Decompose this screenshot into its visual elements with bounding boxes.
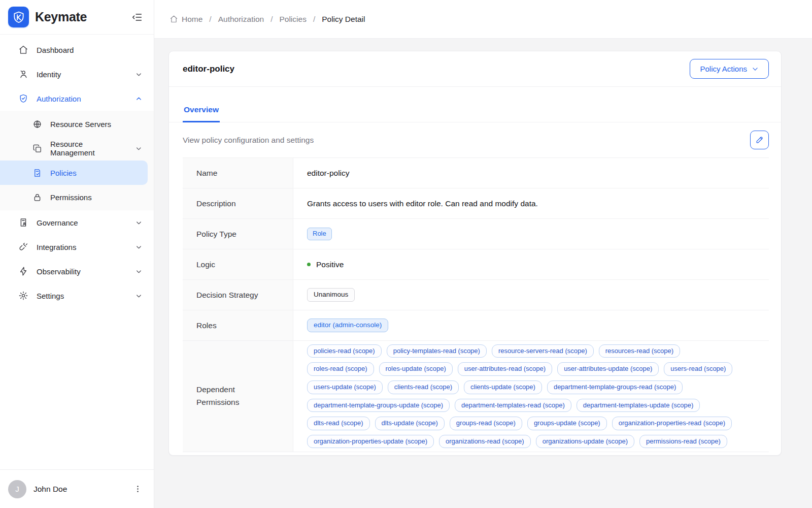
permission-chip: dlts-update (scope) [375, 417, 445, 430]
row-value: Positive [293, 249, 769, 279]
page-title: editor-policy [183, 64, 234, 74]
breadcrumb-policies[interactable]: Policies [279, 15, 306, 24]
permission-chip: clients-update (scope) [464, 380, 542, 394]
row-value: policies-read (scope)policy-templates-re… [293, 341, 769, 452]
permission-chip: groups-read (scope) [450, 417, 522, 430]
section-subtitle: View policy configuration and settings [183, 136, 314, 145]
globe-icon [32, 119, 42, 129]
role-badge: editor (admin-console) [307, 319, 388, 332]
collapse-sidebar-icon[interactable] [130, 11, 144, 24]
topbar: Home / Authorization / Policies / Policy… [154, 0, 812, 39]
breadcrumb-authorization[interactable]: Authorization [218, 15, 264, 24]
policy-actions-button[interactable]: Policy Actions [690, 59, 769, 79]
roles-list: editor (admin-console) [307, 319, 388, 332]
sidebar-item-label: Settings [37, 292, 64, 300]
kebab-menu-icon[interactable] [131, 483, 144, 495]
sidebar-item-label: Authorization [37, 94, 81, 103]
permission-chip: users-read (scope) [664, 362, 732, 376]
permission-chip: user-attributes-update (scope) [557, 362, 659, 376]
user-name: John Doe [33, 485, 67, 494]
shield-k-icon [8, 7, 29, 27]
sidebar-item-label: Identity [37, 70, 61, 79]
edit-button[interactable] [750, 131, 769, 149]
table-row-dependent-permissions: Dependent Permissions policies-read (sco… [183, 341, 769, 452]
brand-name: Keymate [35, 10, 87, 24]
permission-chip: user-attributes-read (scope) [458, 362, 552, 376]
row-value: Role [293, 219, 769, 249]
permission-chip: groups-update (scope) [527, 417, 607, 430]
sidebar-item-authorization[interactable]: Authorization [0, 86, 154, 111]
table-row-name: Name editor-policy [183, 158, 769, 188]
document-user-icon [18, 217, 28, 228]
main-area: Home / Authorization / Policies / Policy… [154, 0, 812, 508]
sidebar-item-label: Permissions [50, 193, 92, 202]
copy-icon [32, 144, 42, 153]
tab-overview[interactable]: Overview [183, 105, 220, 122]
permission-chip: clients-read (scope) [388, 380, 459, 394]
user-icon [18, 69, 28, 79]
sidebar-item-governance[interactable]: Governance [0, 210, 154, 235]
breadcrumb: Home / Authorization / Policies / Policy… [170, 15, 365, 24]
row-label: Dependent Permissions [183, 341, 293, 452]
permission-chip: policies-read (scope) [307, 344, 382, 358]
permission-chip: organizations-update (scope) [536, 435, 634, 449]
sidebar-item-label: Resource Servers [50, 120, 111, 129]
row-value: Grants access to users with editor role.… [293, 188, 769, 218]
row-value: Unanimous [293, 280, 769, 310]
row-label: Name [183, 158, 293, 188]
table-row-policy-type: Policy Type Role [183, 219, 769, 249]
permission-chip: policy-templates-read (scope) [387, 344, 487, 358]
chevron-down-icon [135, 268, 143, 275]
plug-icon [18, 242, 28, 252]
table-row-logic: Logic Positive [183, 249, 769, 280]
chevron-down-icon [752, 66, 759, 73]
card-header: editor-policy Policy Actions [169, 51, 781, 87]
permission-chip: users-update (scope) [307, 380, 383, 394]
chevron-down-icon [135, 219, 143, 227]
sidebar-item-observability[interactable]: Observability [0, 259, 154, 283]
sidebar-item-dashboard[interactable]: Dashboard [0, 38, 154, 62]
brand[interactable]: Keymate [8, 7, 87, 27]
breadcrumb-separator: / [209, 15, 211, 24]
sidebar: Keymate Dashboard Identity Authorization… [0, 0, 154, 508]
breadcrumb-separator: / [313, 15, 315, 24]
gear-icon [18, 291, 28, 301]
sidebar-item-permissions[interactable]: Permissions [0, 185, 154, 209]
table-row-decision-strategy: Decision Strategy Unanimous [183, 280, 769, 310]
permission-chip: organization-properties-read (scope) [612, 417, 732, 430]
lock-icon [32, 193, 42, 202]
permission-chip: department-templates-update (scope) [577, 399, 700, 412]
pencil-icon [755, 136, 764, 144]
authorization-submenu: Resource Servers Resource Management Pol… [0, 111, 154, 210]
table-row-roles: Roles editor (admin-console) [183, 310, 769, 341]
sidebar-item-resource-management[interactable]: Resource Management [0, 136, 154, 161]
permission-chip: resource-servers-read (scope) [492, 344, 594, 358]
row-label: Logic [183, 249, 293, 279]
breadcrumb-separator: / [270, 15, 273, 24]
breadcrumb-home[interactable]: Home [170, 15, 202, 24]
shield-check-icon [18, 93, 28, 104]
permission-chip: department-templates-read (scope) [455, 399, 571, 412]
chevron-down-icon [135, 292, 143, 300]
document-check-icon [32, 168, 42, 178]
sidebar-item-identity[interactable]: Identity [0, 62, 154, 86]
positive-dot-icon [307, 263, 311, 266]
sidebar-item-policies[interactable]: Policies [0, 161, 148, 185]
permission-chip: organization-properties-update (scope) [307, 435, 434, 449]
decision-strategy-badge: Unanimous [307, 288, 355, 302]
home-icon [170, 15, 178, 23]
sidebar-item-settings[interactable]: Settings [0, 283, 154, 308]
sidebar-item-integrations[interactable]: Integrations [0, 235, 154, 259]
row-label: Policy Type [183, 219, 293, 249]
row-value: editor (admin-console) [293, 310, 769, 340]
row-label: Roles [183, 310, 293, 340]
policy-detail-card: editor-policy Policy Actions Overview Vi… [168, 51, 782, 456]
sidebar-item-resource-servers[interactable]: Resource Servers [0, 112, 154, 136]
sidebar-user: J John Doe [0, 469, 154, 508]
sidebar-nav: Dashboard Identity Authorization Resourc… [0, 35, 154, 469]
home-icon [18, 45, 28, 55]
permission-chip: roles-read (scope) [307, 362, 374, 376]
sidebar-item-label: Policies [50, 169, 77, 177]
table-row-description: Description Grants access to users with … [183, 188, 769, 219]
row-value: editor-policy [293, 158, 769, 188]
